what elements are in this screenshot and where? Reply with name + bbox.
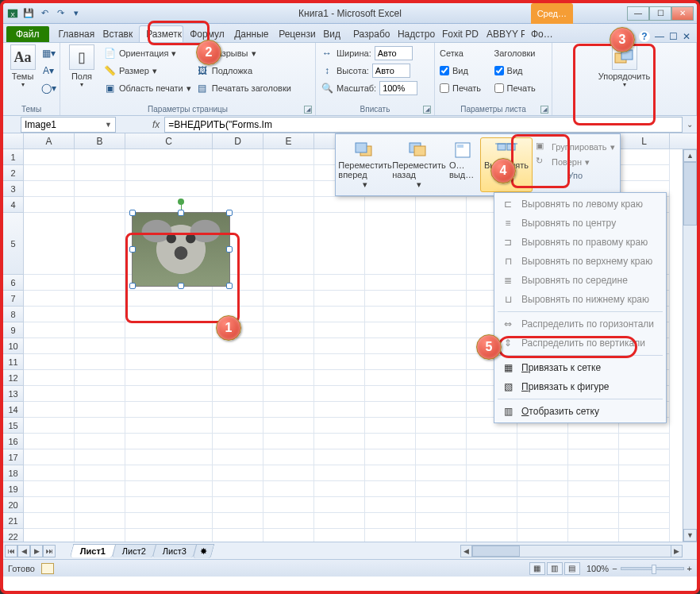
cell[interactable] [213,497,263,513]
col-E[interactable]: E [263,133,314,148]
row-header[interactable]: 9 [3,322,24,338]
row-header[interactable]: 16 [3,434,24,449]
row-header[interactable]: 15 [3,418,24,434]
cell[interactable] [125,181,213,197]
cell[interactable] [213,402,263,418]
cell[interactable] [24,481,75,497]
row-header[interactable]: 8 [3,307,24,322]
redo-icon[interactable]: ↷ [54,7,67,20]
row-header[interactable]: 1 [3,149,24,165]
resize-handle[interactable] [129,246,136,253]
cell[interactable] [314,370,365,386]
cell[interactable] [75,338,125,354]
cell[interactable] [125,418,213,434]
cell[interactable] [75,149,125,165]
tab-foxit[interactable]: Foxit PD [436,26,480,42]
cell[interactable] [365,197,416,213]
cell[interactable] [213,338,263,354]
resize-handle[interactable] [226,246,233,253]
cell[interactable] [125,197,213,213]
cell[interactable] [263,197,314,213]
cell[interactable] [24,338,75,354]
cell[interactable] [125,322,213,338]
cell[interactable] [24,354,75,370]
tab-abbyy[interactable]: ABBYY PD [480,26,525,42]
cell[interactable] [75,386,125,402]
cell[interactable] [416,402,467,418]
tab-home[interactable]: Главная [52,26,97,42]
cell[interactable] [365,529,416,542]
undo-icon[interactable]: ↶ [38,7,51,20]
cell[interactable] [125,165,213,181]
select-all-button[interactable] [3,133,24,149]
cell[interactable] [416,322,467,338]
cell[interactable] [213,291,263,307]
cell[interactable] [314,481,365,497]
cell[interactable] [75,181,125,197]
sheet-nav-next-icon[interactable]: ▶ [30,545,43,557]
cell[interactable] [416,275,467,291]
cell[interactable] [263,291,314,307]
cell[interactable] [75,418,125,434]
cell[interactable] [75,322,125,338]
zoom-in-icon[interactable]: + [687,564,692,573]
cell[interactable] [263,418,314,434]
cell[interactable] [24,434,75,449]
scroll-right-icon[interactable]: ▶ [671,546,682,557]
cell[interactable] [314,513,365,529]
cell[interactable] [263,181,314,197]
cell[interactable] [125,338,213,354]
formula-input[interactable]: =ВНЕДРИТЬ("Forms.Im [164,117,683,133]
cell[interactable] [314,275,365,291]
cell[interactable] [416,497,467,513]
cell[interactable] [24,529,75,542]
row-header[interactable]: 14 [3,402,24,418]
cell[interactable] [314,291,365,307]
cell[interactable] [24,181,75,197]
cell[interactable] [568,434,619,449]
hscroll-thumb[interactable] [472,546,520,557]
zoom-slider[interactable] [621,567,684,570]
cell[interactable] [416,418,467,434]
col-L[interactable]: L [619,133,670,148]
cell[interactable] [314,354,365,370]
cell[interactable] [24,449,75,465]
cell[interactable] [619,529,670,542]
cell[interactable] [24,213,75,275]
cell[interactable] [263,354,314,370]
cell[interactable] [568,465,619,481]
cell[interactable] [263,322,314,338]
print-titles-button[interactable]: ▤Печатать заголовки [196,79,291,97]
cell[interactable] [24,386,75,402]
theme-effects-button[interactable]: ◯▾ [42,79,55,97]
cell[interactable] [314,213,365,275]
resize-handle[interactable] [129,283,136,289]
cell[interactable] [263,465,314,481]
resize-handle[interactable] [178,283,184,289]
cell[interactable] [213,149,263,165]
namebox-dropdown-icon[interactable]: ▼ [105,121,112,129]
view-gridlines-item[interactable]: ▥Отобразить сетку [494,402,666,421]
tab-addins[interactable]: Надстро [391,26,436,42]
distribute-vertical-item[interactable]: ⇕Распределить по вертикали [494,334,666,353]
view-pagebreak-icon[interactable]: ▤ [564,562,580,575]
cell[interactable] [213,513,263,529]
cell[interactable] [619,434,670,449]
cell[interactable] [24,197,75,213]
headings-print-check[interactable]: Печать [494,79,547,97]
cell[interactable] [263,275,314,291]
sheet-nav-last-icon[interactable]: ⏭ [43,545,56,557]
cell[interactable] [24,418,75,434]
scale-height-input[interactable] [372,64,410,78]
cell[interactable] [365,338,416,354]
cell[interactable] [24,322,75,338]
sheet-nav-prev-icon[interactable]: ◀ [17,545,30,557]
cell[interactable] [517,465,568,481]
row-header[interactable]: 17 [3,449,24,465]
tab-data[interactable]: Данные [228,26,272,42]
cell[interactable] [125,354,213,370]
cell[interactable] [467,497,517,513]
cell[interactable] [263,338,314,354]
cell[interactable] [365,449,416,465]
cell[interactable] [213,418,263,434]
